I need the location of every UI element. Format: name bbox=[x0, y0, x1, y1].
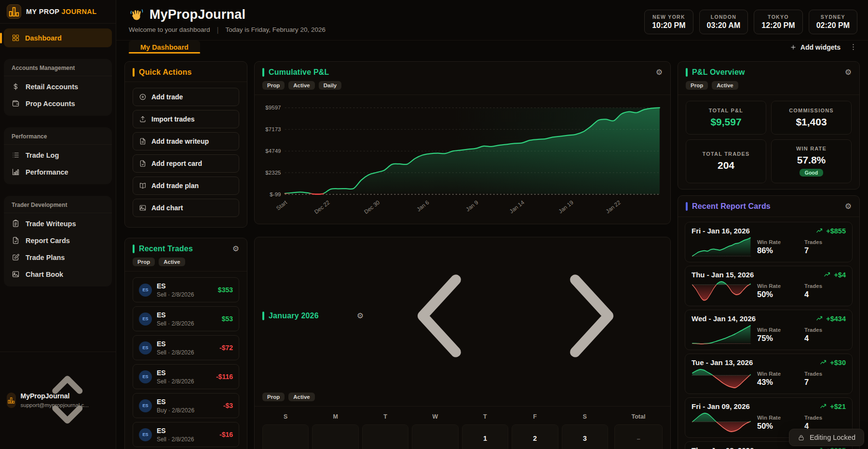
sidebar-item-trade-writeups[interactable]: Trade Writeups bbox=[7, 215, 109, 232]
sidebar-item-trade-log[interactable]: Trade Log bbox=[7, 147, 109, 163]
chevron-right-icon[interactable] bbox=[518, 244, 663, 388]
symbol-avatar: ES bbox=[139, 428, 152, 441]
trade-symbol: ES bbox=[157, 398, 166, 406]
calendar-day-empty[interactable] bbox=[412, 424, 458, 449]
stat-card-total-p-l: TOTAL P&L$9,597 bbox=[686, 101, 766, 135]
sidebar-item-performance[interactable]: Performance bbox=[7, 163, 109, 180]
panel-title: January 2026 bbox=[269, 312, 319, 320]
group-label: Accounts Management bbox=[4, 59, 112, 76]
gear-icon[interactable]: ⚙ bbox=[656, 68, 663, 76]
panel-tags: PropActive bbox=[686, 81, 852, 90]
report-card-date: Thu - Jan 15, 2026 bbox=[692, 271, 754, 279]
book-icon bbox=[139, 182, 147, 190]
dashboard-grid-icon bbox=[12, 34, 20, 42]
sidebar-item-dashboard[interactable]: Dashboard bbox=[4, 28, 112, 47]
quick-action-add-trade[interactable]: Add trade bbox=[133, 88, 239, 106]
kebab-menu-icon[interactable] bbox=[849, 43, 857, 51]
tag-pill-active: Active bbox=[288, 393, 315, 401]
day-header-m: M bbox=[312, 411, 358, 421]
sidebar-item-trade-plans[interactable]: Trade Plans bbox=[7, 249, 109, 266]
quick-action-label: Add report card bbox=[151, 160, 202, 167]
quick-action-add-trade-writeup[interactable]: Add trade writeup bbox=[133, 132, 239, 150]
stat-label: TOTAL TRADES bbox=[702, 151, 749, 157]
chevron-left-icon[interactable] bbox=[368, 244, 513, 388]
brand-name: MY PROP JOURNAL bbox=[26, 8, 96, 15]
report-card-sparkline bbox=[692, 411, 751, 434]
trade-row[interactable]: ESESSell · 2/8/2026-$16 bbox=[133, 422, 239, 447]
trade-row[interactable]: ESESSell · 2/8/2026$353 bbox=[133, 277, 239, 302]
report-card-thu-jan-15-2026[interactable]: Thu - Jan 15, 2026+$4Win Rate50%Trades4 bbox=[685, 266, 853, 306]
day-number: 1 bbox=[483, 435, 487, 442]
waving-hand-icon bbox=[129, 7, 144, 22]
report-card-wed-jan-14-2026[interactable]: Wed - Jan 14, 2026+$434Win Rate75%Trades… bbox=[685, 310, 853, 350]
stats-grid: TOTAL P&L$9,597COMMISSIONS$1,403TOTAL TR… bbox=[686, 101, 852, 183]
calendar-day-3[interactable]: 3 bbox=[562, 424, 608, 449]
report-card-tue-jan-13-2026[interactable]: Tue - Jan 13, 2026+$30Win Rate43%Trades7 bbox=[685, 354, 853, 394]
quick-action-add-report-card[interactable]: Add report card bbox=[133, 154, 239, 173]
trades-value: 7 bbox=[804, 378, 846, 387]
clock-city: TOKYO bbox=[761, 14, 795, 20]
win-rate-value: 50% bbox=[757, 290, 799, 299]
panel-title: Quick Actions bbox=[139, 68, 192, 77]
dashboard-content: Quick Actions Add tradeImport tradesAdd … bbox=[116, 54, 868, 449]
trades-label: Trades bbox=[804, 327, 846, 333]
svg-text:$4749: $4749 bbox=[265, 148, 281, 154]
calendar-day-empty[interactable] bbox=[262, 424, 309, 449]
gear-icon[interactable]: ⚙ bbox=[845, 203, 852, 210]
trend-up-icon bbox=[816, 447, 823, 449]
brand: MY PROP JOURNAL bbox=[0, 0, 116, 24]
report-card-fri-jan-16-2026[interactable]: Fri - Jan 16, 2026+$855Win Rate86%Trades… bbox=[685, 222, 853, 262]
gear-icon[interactable]: ⚙ bbox=[845, 68, 852, 76]
calendar-day-empty[interactable] bbox=[362, 424, 408, 449]
svg-text:Dec 30: Dec 30 bbox=[363, 199, 380, 215]
report-cards-list: Fri - Jan 16, 2026+$855Win Rate86%Trades… bbox=[678, 217, 859, 449]
day-header-f: F bbox=[512, 411, 558, 421]
account-switcher[interactable]: MyPropJournal support@mypropjournal.c... bbox=[0, 352, 116, 449]
gear-icon[interactable]: ⚙ bbox=[357, 312, 364, 320]
day-header-total: Total bbox=[614, 411, 663, 421]
group-label: Trader Development bbox=[4, 196, 112, 213]
sidebar-item-label: Dashboard bbox=[25, 34, 62, 42]
calendar-day-empty[interactable] bbox=[312, 424, 358, 449]
report-card-date: Tue - Jan 13, 2026 bbox=[692, 358, 753, 367]
clock-time: 02:20 PM bbox=[816, 21, 850, 30]
calendar-day-1[interactable]: 1 bbox=[462, 424, 508, 449]
quick-action-import-trades[interactable]: Import trades bbox=[133, 110, 239, 128]
tag-pill-prop: Prop bbox=[686, 81, 708, 90]
pnl-overview-panel: P&L Overview ⚙ PropActive TOTAL P&L$9,59… bbox=[678, 61, 860, 190]
svg-text:$9597: $9597 bbox=[265, 104, 281, 110]
trade-row[interactable]: ESESSell · 2/8/2026-$72 bbox=[133, 335, 239, 360]
report-cards-panel: Recent Report Cards ⚙ Fri - Jan 16, 2026… bbox=[678, 195, 860, 449]
toast-label: Editing Locked bbox=[810, 434, 855, 441]
upload-icon bbox=[139, 115, 147, 123]
quick-action-label: Add trade bbox=[151, 93, 183, 101]
clock-new-york: NEW YORK10:20 PM bbox=[644, 10, 693, 34]
panel-title: Cumulative P&L bbox=[269, 68, 329, 77]
trade-row[interactable]: ESESSell · 2/8/2026-$116 bbox=[133, 364, 239, 389]
trend-up-icon bbox=[816, 315, 823, 322]
tag-pill-daily: Daily bbox=[319, 81, 342, 90]
sidebar-item-label: Performance bbox=[26, 168, 68, 176]
trend-up-icon bbox=[820, 359, 827, 366]
add-widgets-button[interactable]: Add widgets bbox=[790, 43, 841, 51]
sidebar-item-chart-book[interactable]: Chart Book bbox=[7, 266, 109, 283]
clock-london: LONDON03:20 AM bbox=[699, 10, 748, 34]
trades-label: Trades bbox=[804, 415, 846, 421]
sidebar-item-prop-accounts[interactable]: Prop Accounts bbox=[7, 95, 109, 112]
tab-my-dashboard[interactable]: My Dashboard bbox=[129, 41, 200, 54]
sidebar-item-retail-accounts[interactable]: Retail Accounts bbox=[7, 78, 109, 95]
quick-action-add-chart[interactable]: Add chart bbox=[133, 199, 239, 217]
calendar-day-2[interactable]: 2 bbox=[512, 424, 558, 449]
gear-icon[interactable]: ⚙ bbox=[232, 245, 239, 253]
trades-value: 4 bbox=[804, 334, 846, 343]
trade-row[interactable]: ESESBuy · 2/8/2026-$3 bbox=[133, 393, 239, 418]
file-text-icon bbox=[139, 137, 147, 145]
trade-row[interactable]: ESESSell · 2/8/2026$53 bbox=[133, 306, 239, 331]
editing-locked-toast[interactable]: Editing Locked bbox=[789, 429, 864, 446]
week-total: – bbox=[614, 424, 663, 449]
image-icon bbox=[139, 204, 147, 212]
quick-action-add-trade-plan[interactable]: Add trade plan bbox=[133, 177, 239, 195]
report-card-amount: +$855 bbox=[816, 227, 846, 235]
bar-chart-icon bbox=[12, 168, 20, 176]
sidebar-item-report-cards[interactable]: Report Cards bbox=[7, 232, 109, 249]
